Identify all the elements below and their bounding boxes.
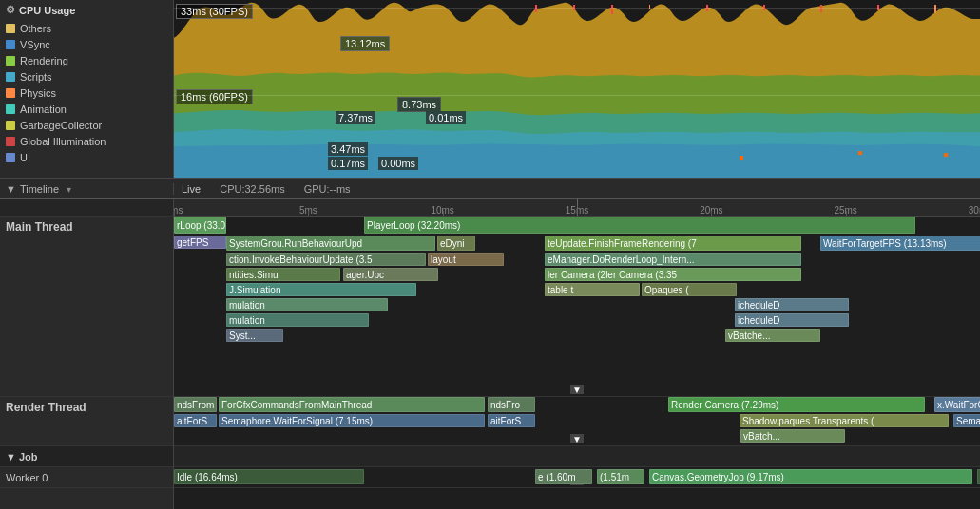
timeline-block[interactable]: ndsFrom <box>174 397 217 412</box>
main-thread-label: Main Thread <box>0 217 173 397</box>
fps-13-label: 13.12ms <box>340 36 390 51</box>
tick-line-10 <box>443 211 444 216</box>
cpu-chart-svg <box>174 0 980 178</box>
ms-017-label: 0.17ms <box>328 157 368 170</box>
svg-rect-14 <box>944 153 948 157</box>
fps-33-label: 33ms (30FPS) <box>176 4 253 19</box>
timeline-dropdown[interactable]: ▾ <box>67 184 71 195</box>
tick-line-20 <box>711 211 712 216</box>
timeline-block[interactable]: vBatche... <box>725 329 820 342</box>
timeline-block[interactable]: aitForS <box>488 414 535 427</box>
timeline-block[interactable]: icheduleD <box>735 298 849 311</box>
render-thread-scroll-down[interactable]: ▼ <box>570 434 584 443</box>
fps33-line <box>174 8 980 9</box>
cpu-title: ⚙ CPU Usage <box>6 4 167 16</box>
cpu-panel: ⚙ CPU Usage OthersVSyncRenderingScriptsP… <box>0 0 980 179</box>
tick-line-5 <box>308 211 309 216</box>
legend-dot <box>6 153 15 162</box>
legend-item-rendering: Rendering <box>6 52 167 68</box>
ms-001-label: 0.01ms <box>426 111 466 124</box>
timeline-block[interactable]: icheduleD <box>735 313 849 327</box>
rows-area: 0ms 5ms 10ms 15ms 20ms 25ms 30ms <box>174 199 980 509</box>
legend-item-garbagecollector: GarbageCollector <box>6 117 167 133</box>
timeline-block[interactable]: Syst... <box>226 329 283 342</box>
main-thread-scroll-down[interactable]: ▼ <box>570 385 584 394</box>
row-labels: Main Thread Render Thread ▼ Job Worker 0 <box>0 199 174 509</box>
timeline-block[interactable]: J.Simulation <box>226 283 416 296</box>
timeline-block[interactable]: ction.InvokeBehaviourUpdate (3.5 <box>226 253 426 266</box>
timeline-block[interactable]: mulation <box>226 313 369 327</box>
job-header-row <box>174 446 980 467</box>
legend-dot <box>6 56 15 66</box>
timeline-block[interactable]: Semaphore.WaitForSignal (7.15ms) <box>219 414 485 427</box>
timeline-block[interactable]: Render Camera (7.29ms) <box>668 397 925 412</box>
timeline-block[interactable]: ager.Upc <box>343 268 438 281</box>
timeline-block[interactable]: teUpdate.FinishFrameRendering (7 <box>545 236 801 251</box>
timeline-block[interactable]: Shadow.paques Transparents ( <box>740 414 949 427</box>
legend-item-physics: Physics <box>6 85 167 101</box>
legend-item-global-illumination: Global Illumination <box>6 133 167 149</box>
render-thread-row[interactable]: ▼ ndsFromaitForSForGfxCommandsFromMainTh… <box>174 397 980 446</box>
render-thread-label: Render Thread <box>0 397 173 446</box>
svg-rect-5 <box>611 5 613 14</box>
legend-dot <box>6 104 15 114</box>
timeline-block[interactable]: vBatch... <box>740 429 845 443</box>
legend-dot <box>6 121 15 130</box>
main-container: ⚙ CPU Usage OthersVSyncRenderingScriptsP… <box>0 0 980 509</box>
legend-dot <box>6 24 15 33</box>
timeline-block[interactable]: PlayerLoop (32.20ms) <box>364 217 915 234</box>
tick-line-0 <box>174 211 175 216</box>
legend-item-others: Others <box>6 20 167 36</box>
timeline-block[interactable]: ndsFro <box>488 397 535 412</box>
legend-item-ui: UI <box>6 149 167 165</box>
fps16-line <box>174 95 980 96</box>
timeline-block[interactable]: e (1.60m <box>535 469 592 484</box>
timeline-block[interactable]: eManager.DoRenderLoop_Intern... <box>545 253 801 266</box>
tick-0: 0ms <box>174 205 183 216</box>
legend-dot <box>6 72 15 82</box>
timeline-block[interactable]: Semaphore.WaitForSignal (10.42ms) <box>953 414 980 427</box>
ms-000-label: 0.00ms <box>378 157 418 170</box>
legend-item-animation: Animation <box>6 101 167 117</box>
timeline-block[interactable]: WaitForTargetFPS (13.13ms) <box>820 236 980 251</box>
legend-dot <box>6 137 15 146</box>
timeline-content: Main Thread Render Thread ▼ Job Worker 0… <box>0 199 980 509</box>
legend-dot <box>6 40 15 49</box>
ms-347-label: 3.47ms <box>328 142 368 156</box>
time-ruler: 0ms 5ms 10ms 15ms 20ms 25ms 30ms <box>174 199 980 217</box>
svg-rect-13 <box>858 151 862 155</box>
timeline-block[interactable]: Opaques ( <box>642 283 737 296</box>
timeline-block[interactable]: ntities.Simu <box>226 268 340 281</box>
timeline-block[interactable]: SystemGrou.RunBehaviourUpd <box>226 236 435 251</box>
timeline-block[interactable]: Canvas.GeometryJob (9.17ms) <box>649 469 972 484</box>
tick-line-25 <box>846 211 847 216</box>
tick-30: 30ms <box>969 205 980 216</box>
timeline-block[interactable]: rLoop (33.0... <box>174 217 226 234</box>
svg-rect-12 <box>740 156 743 160</box>
timeline-block[interactable]: getFPS <box>174 236 226 249</box>
timeline-block[interactable]: ForGfxCommandsFromMainThread <box>219 397 485 412</box>
timeline-header: ▼ Timeline ▾ Live CPU:32.56ms GPU:--ms <box>0 179 980 199</box>
legend-dot <box>6 88 15 98</box>
worker0-row[interactable]: ▼ Idle (16.64ms)e (1.60m(1.51mCanvas.Geo… <box>174 467 980 488</box>
timeline-block[interactable]: mulation <box>226 298 388 311</box>
timeline-block[interactable]: aitForS <box>174 414 217 427</box>
timeline-block[interactable]: x.WaitForGfxCommandsFromMainThread (10.4… <box>934 397 980 412</box>
timeline-block[interactable]: Idle (16.64ms) <box>174 469 364 484</box>
worker0-label: Worker 0 <box>0 467 173 488</box>
timeline-block[interactable]: eDyni <box>437 236 475 251</box>
legend-item-scripts: Scripts <box>6 68 167 85</box>
timeline-block[interactable]: ler Camera (2ler Camera (3.35 <box>545 268 801 281</box>
fps-16-label: 16ms (60FPS) <box>176 89 253 104</box>
job-header-label: ▼ Job <box>0 446 173 467</box>
timeline-block[interactable]: table t <box>545 283 640 296</box>
center-marker <box>577 199 578 216</box>
main-thread-row[interactable]: ▼ rLoop (33.0...getFPSPlayerLoop (32.20m… <box>174 217 980 397</box>
legend-item-vsync: VSync <box>6 36 167 52</box>
ms-7-label: 7.37ms <box>336 111 375 124</box>
timeline-controls: Live CPU:32.56ms GPU:--ms <box>174 183 980 195</box>
timeline-block[interactable]: (1.51m <box>597 469 644 484</box>
chart-area[interactable]: 33ms (30FPS) 13.12ms 16ms (60FPS) 8.73ms… <box>174 0 980 178</box>
fps-8-label: 8.73ms <box>397 97 441 112</box>
timeline-block[interactable]: layout <box>428 253 504 266</box>
